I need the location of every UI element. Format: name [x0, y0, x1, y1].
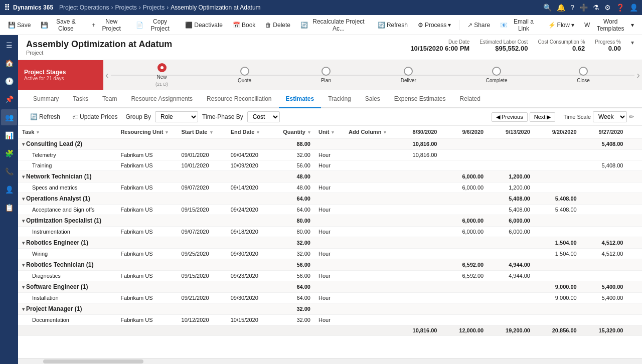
group-row-network-tech[interactable]: ▾ Network Technician (1) 48.00 6,000.00 … [18, 171, 642, 183]
end-cell: 10/09/2020 [227, 160, 276, 171]
next-button[interactable]: Next ▶ [530, 112, 556, 122]
sidebar-pin-icon[interactable]: 📌 [1, 91, 17, 107]
email-link-button[interactable]: 📧 Email a Link [496, 16, 542, 34]
email-link-icon: 📧 [500, 22, 508, 29]
col-header-addcol[interactable]: Add Column ▾ [345, 126, 395, 138]
group-chevron[interactable]: ▾ [22, 141, 25, 147]
sidebar-list-icon[interactable]: 📋 [1, 200, 17, 216]
add-icon[interactable]: ➕ [579, 4, 588, 12]
col-header-task[interactable]: Task ▾ [18, 126, 116, 138]
word-templates-button[interactable]: W Word Templates ▾ [580, 16, 638, 34]
col-header-resunit[interactable]: Resourcing Unit ▾ [116, 126, 177, 138]
stage-quote[interactable]: Quote [238, 67, 251, 83]
notification-icon[interactable]: 🔔 [557, 4, 565, 12]
question-icon[interactable]: ❓ [616, 4, 624, 12]
nav1-link[interactable]: Projects [115, 4, 136, 11]
tab-team[interactable]: Team [95, 90, 124, 108]
book-button[interactable]: 📅 Book [229, 20, 259, 31]
estimates-toolbar: 🔄 Refresh 🏷 Update Prices Group By Role … [18, 108, 642, 126]
new-project-button[interactable]: + New Project [88, 16, 130, 34]
stage-complete[interactable]: Complete [486, 67, 508, 83]
col-header-enddate[interactable]: End Date ▾ [227, 126, 276, 138]
sidebar-recent-icon[interactable]: 🕐 [1, 73, 17, 89]
refresh-button[interactable]: 🔄 Refresh [374, 20, 412, 31]
stage-plan[interactable]: Plan [321, 67, 331, 83]
time-scale-select[interactable]: Week Day Month [593, 111, 627, 122]
save-close-button[interactable]: 💾 Save & Close [37, 16, 86, 34]
col-header-startdate[interactable]: Start Date ▾ [178, 126, 227, 138]
process-button[interactable]: ⚙ Process ▾ [414, 20, 455, 31]
group-by-label: Group By [125, 113, 151, 120]
stage-left-chevron[interactable]: ‹ [103, 69, 111, 81]
nav2-link[interactable]: Projects [143, 4, 165, 11]
stage-close[interactable]: Close [577, 67, 590, 83]
stage-deliver[interactable]: Deliver [401, 67, 416, 83]
flow-button[interactable]: ⚡ Flow ▾ [544, 20, 578, 31]
group-row-robotics-engineer[interactable]: ▾ Robotics Engineer (1) 32.00 1,504.00 [18, 237, 642, 249]
col-header-unit[interactable]: Unit ▾ [314, 126, 345, 138]
tab-sales[interactable]: Sales [358, 90, 387, 108]
module-link[interactable]: Project Operations [59, 4, 109, 11]
group-row-robotics-tech[interactable]: ▾ Robotics Technician (1) 56.00 6,592.00… [18, 259, 642, 271]
expand-icon[interactable]: ▾ [631, 39, 634, 46]
sidebar-chart-icon[interactable]: 📊 [1, 127, 17, 143]
update-prices-button[interactable]: 🏷 Update Prices [68, 112, 121, 122]
sidebar-phone-icon[interactable]: 📞 [1, 163, 17, 179]
tab-expense-estimates[interactable]: Expense Estimates [387, 90, 453, 108]
filter-icon[interactable]: ⚗ [593, 4, 599, 12]
estimates-refresh-button[interactable]: 🔄 Refresh [26, 112, 64, 122]
col-header-d2: 9/6/2020 [441, 126, 488, 138]
group-chevron[interactable]: ▾ [22, 306, 25, 312]
delete-button[interactable]: 🗑 Delete [261, 20, 294, 31]
sidebar-collapse-icon[interactable]: ☰ [1, 37, 17, 53]
group-row-consulting-lead[interactable]: ▾ Consulting Lead (2) 88.00 10,816.00 [18, 138, 642, 150]
separator [459, 20, 459, 30]
tab-tasks[interactable]: Tasks [66, 90, 95, 108]
tab-estimates[interactable]: Estimates [279, 90, 322, 108]
grid-icon[interactable]: ⠿ [4, 3, 10, 13]
group-row-software-engineer[interactable]: ▾ Software Engineer (1) 64.00 9,000.00 [18, 281, 642, 293]
recalculate-button[interactable]: 🔄 Recalculate Project Ac... [296, 16, 372, 34]
sidebar-person-icon[interactable]: 👤 [1, 181, 17, 198]
profile-icon[interactable]: 👤 [629, 4, 638, 12]
previous-button[interactable]: ◀ Previous [492, 112, 528, 122]
copy-project-button[interactable]: 📄 Copy Project [132, 16, 179, 34]
sidebar-resources-icon[interactable]: 🧩 [1, 145, 17, 161]
help-icon[interactable]: ? [570, 4, 574, 12]
recalculate-icon: 🔄 [300, 22, 308, 29]
group-chevron[interactable]: ▾ [22, 218, 25, 224]
total-d4: 20,856.00 [534, 325, 581, 336]
tab-tracking[interactable]: Tracking [321, 90, 358, 108]
tab-resource-assignments[interactable]: Resource Assignments [124, 90, 200, 108]
save-close-label: Save & Close [50, 18, 82, 32]
stage-right-chevron[interactable]: › [634, 69, 642, 81]
save-button[interactable]: 💾 Save [4, 20, 35, 31]
group-row-operations-analyst[interactable]: ▾ Operations Analyst (1) 64.00 5,408.00 … [18, 193, 642, 205]
settings-icon[interactable]: ⚙ [604, 4, 611, 12]
group-row-optimization-specialist[interactable]: ▾ Optimization Specialist (1) 80.00 6,00… [18, 215, 642, 227]
col-header-quantity[interactable]: Quantity ▾ [276, 126, 314, 138]
sidebar-home-icon[interactable]: 🏠 [1, 55, 17, 71]
deactivate-button[interactable]: ⬛ Deactivate [181, 20, 227, 31]
horizontal-scrollbar[interactable] [18, 358, 642, 364]
tab-resource-reconciliation[interactable]: Resource Reconciliation [200, 90, 278, 108]
project-header: Assembly Optimization at Adatum Project … [18, 35, 642, 60]
tab-summary[interactable]: Summary [26, 90, 66, 108]
tab-related[interactable]: Related [453, 90, 488, 108]
stage-new[interactable]: New (21 D) [155, 63, 168, 87]
search-icon[interactable]: 🔍 [543, 4, 552, 12]
group-chevron[interactable]: ▾ [22, 284, 25, 290]
share-button[interactable]: ↗ Share [463, 20, 494, 31]
group-by-select[interactable]: Role Category Resource [155, 111, 198, 122]
edit-pencil-icon[interactable]: ✏ [629, 113, 634, 120]
unit-cell: Hour [314, 160, 345, 171]
group-chevron[interactable]: ▾ [22, 196, 25, 202]
group-chevron[interactable]: ▾ [22, 174, 25, 179]
time-phase-select[interactable]: Cost Sales Effort [247, 111, 280, 122]
d2-cell [441, 160, 488, 171]
group-row-project-manager[interactable]: ▾ Project Manager (1) 32.00 [18, 303, 642, 315]
group-chevron[interactable]: ▾ [22, 240, 25, 246]
scrollbar-thumb[interactable] [43, 359, 143, 363]
group-chevron[interactable]: ▾ [22, 262, 25, 268]
sidebar-project-icon[interactable]: 👥 [1, 109, 17, 125]
